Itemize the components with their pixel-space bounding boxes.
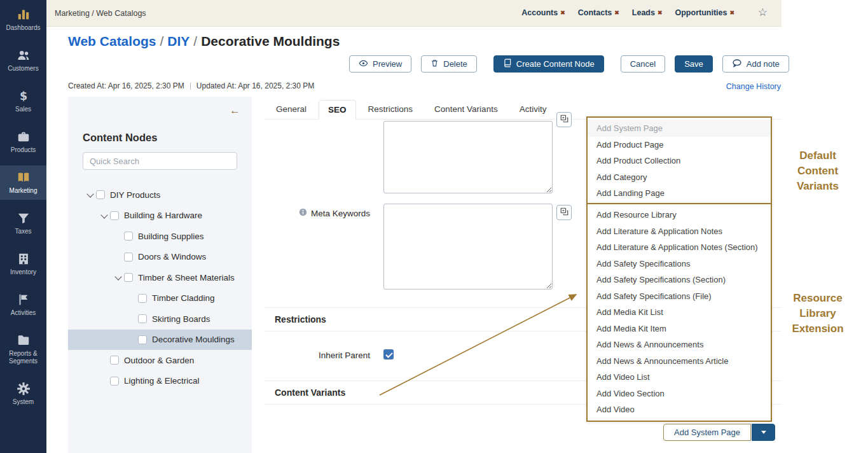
pinned-tab-opportunities[interactable]: Opportunities✖: [675, 8, 735, 17]
menu-item-add-video-list[interactable]: Add Video List: [588, 369, 771, 386]
tree-item-outdoor-garden[interactable]: Outdoor & Garden: [68, 350, 252, 371]
menu-item-add-landing-page[interactable]: Add Landing Page: [588, 185, 771, 202]
title-link-diy[interactable]: DIY: [167, 34, 189, 48]
create-content-node-button[interactable]: Create Content Node: [493, 55, 604, 73]
add-note-button[interactable]: Add note: [722, 55, 789, 73]
chevron-down-icon[interactable]: [100, 211, 110, 221]
breadcrumb: Marketing / Web Catalogs: [55, 9, 146, 18]
pinned-tab-leads[interactable]: Leads✖: [632, 8, 663, 17]
tree-checkbox[interactable]: [138, 335, 147, 344]
pinbar: Accounts✖ Contacts✖ Leads✖ Opportunities…: [521, 8, 734, 17]
menu-item-add-video[interactable]: Add Video: [588, 401, 771, 418]
tab-general[interactable]: General: [266, 99, 316, 119]
save-button[interactable]: Save: [675, 55, 713, 73]
tab-seo[interactable]: SEO: [319, 100, 356, 120]
menu-item-add-literature-application-notes-section[interactable]: Add Literature & Application Notes (Sect…: [588, 239, 771, 256]
sidebar-item-dashboards[interactable]: Dashboards: [0, 3, 46, 37]
preview-button[interactable]: Preview: [349, 55, 411, 73]
info-icon: [299, 208, 307, 218]
sidebar-item-activities[interactable]: Activities: [0, 288, 46, 322]
tree-item-doors-windows[interactable]: Doors & Windows: [68, 247, 252, 268]
menu-item-add-news-announcements[interactable]: Add News & Announcements: [588, 337, 771, 353]
menu-item-add-literature-application-notes[interactable]: Add Literature & Application Notes: [588, 223, 771, 240]
content-nodes-title: Content Nodes: [83, 132, 157, 144]
change-history-link[interactable]: Change History: [726, 82, 781, 91]
tree-checkbox[interactable]: [110, 211, 119, 220]
current-node-name: Decorative Mouldings: [201, 34, 340, 48]
top-bar: Marketing / Web Catalogs Accounts✖ Conta…: [46, 0, 782, 27]
sidebar-item-marketing[interactable]: Marketing: [0, 165, 46, 200]
menu-item-add-resource-library[interactable]: Add Resource Library: [588, 207, 771, 223]
tree-checkbox[interactable]: [138, 314, 147, 323]
sidebar-item-inventory[interactable]: Inventory: [0, 247, 46, 281]
meta-keywords-textarea[interactable]: [383, 204, 553, 289]
menu-item-add-video-section[interactable]: Add Video Section: [588, 386, 771, 402]
sidebar-item-reports-segments[interactable]: Reports & Segments: [0, 328, 46, 370]
tab-content-variants[interactable]: Content Variants: [425, 99, 507, 119]
sidebar-item-products[interactable]: Products: [0, 125, 46, 159]
tree-item-lighting-electrical[interactable]: Lighting & Electrical: [68, 371, 252, 392]
menu-item-add-safety-specifications-section[interactable]: Add Safety Specifications (Section): [588, 272, 771, 288]
content-nodes-panel: ← Content Nodes DIY Products Building & …: [68, 97, 252, 453]
chevron-down-icon: [761, 431, 766, 434]
menu-item-add-system-page[interactable]: Add System Page: [588, 120, 771, 137]
menu-item-add-news-announcements-article[interactable]: Add News & Announcements Article: [588, 353, 771, 370]
tree-item-skirting-boards[interactable]: Skirting Boards: [68, 309, 252, 330]
pinned-tab-accounts[interactable]: Accounts✖: [521, 8, 565, 17]
menu-item-add-product-collection[interactable]: Add Product Collection: [588, 153, 771, 169]
tab-restrictions[interactable]: Restrictions: [359, 99, 423, 119]
sidebar-item-taxes[interactable]: Taxes: [0, 206, 46, 240]
menu-item-add-product-page[interactable]: Add Product Page: [588, 137, 771, 153]
chevron-down-icon[interactable]: [114, 272, 124, 282]
cancel-button[interactable]: Cancel: [621, 55, 665, 73]
delete-button[interactable]: Delete: [421, 55, 477, 73]
sidebar-item-system[interactable]: System: [0, 377, 46, 411]
menu-item-add-safety-specifications-file[interactable]: Add Safety Specifications (File): [588, 288, 771, 305]
tree-item-decorative-mouldings-selected[interactable]: Decorative Mouldings: [68, 330, 252, 351]
close-icon[interactable]: ✖: [658, 10, 663, 16]
meta-description-textarea[interactable]: [383, 121, 553, 193]
tree-item-building-hardware[interactable]: Building & Hardware: [68, 206, 252, 226]
tree-checkbox[interactable]: [110, 356, 119, 365]
svg-text:$: $: [19, 90, 27, 102]
content-nodes-tree: DIY Products Building & Hardware Buildin…: [68, 185, 252, 391]
close-icon[interactable]: ✖: [729, 10, 734, 16]
favorite-star-icon[interactable]: ☆: [758, 6, 768, 19]
tree-checkbox[interactable]: [96, 190, 105, 199]
tree-checkbox[interactable]: [124, 253, 133, 261]
sidebar-item-customers[interactable]: Customers: [0, 43, 46, 78]
resource-library-menu: Add Resource Library Add Literature & Ap…: [586, 203, 772, 422]
chat-bubble-icon: [732, 59, 742, 69]
tree-item-timber-sheet-materials[interactable]: Timber & Sheet Materials: [68, 267, 252, 288]
add-variant-dropdown-toggle[interactable]: [752, 424, 775, 441]
tree-item-building-supplies[interactable]: Building Supplies: [68, 226, 252, 247]
tree-checkbox[interactable]: [110, 377, 119, 386]
page-title: Web Catalogs/DIY/Decorative Mouldings: [68, 34, 340, 49]
title-link-web-catalogs[interactable]: Web Catalogs: [68, 34, 156, 48]
eye-icon: [359, 59, 368, 70]
menu-item-add-safety-specifications[interactable]: Add Safety Specifications: [588, 256, 771, 272]
translations-button[interactable]: [556, 205, 572, 220]
chevron-down-icon[interactable]: [86, 190, 96, 200]
tab-activity[interactable]: Activity: [510, 99, 556, 119]
book-icon: [503, 59, 512, 69]
default-content-variants-menu: Add System Page Add Product Page Add Pro…: [586, 116, 772, 206]
tree-checkbox[interactable]: [138, 294, 147, 303]
translations-button[interactable]: [556, 112, 572, 127]
inherit-parent-checkbox[interactable]: [383, 349, 394, 359]
close-icon[interactable]: ✖: [614, 10, 619, 16]
menu-item-add-media-kit-item[interactable]: Add Media Kit Item: [588, 321, 771, 337]
add-system-page-button[interactable]: Add System Page: [663, 424, 751, 441]
tree-item-diy-products[interactable]: DIY Products: [68, 185, 252, 206]
collapse-panel-arrow-icon[interactable]: ←: [230, 104, 240, 117]
menu-item-add-category[interactable]: Add Category: [588, 169, 771, 186]
sidebar-item-sales[interactable]: $ Sales: [0, 84, 46, 118]
tree-checkbox[interactable]: [124, 232, 133, 240]
record-dates: Created At: Apr 16, 2025, 2:30 PM Update…: [68, 81, 314, 90]
menu-item-add-media-kit-list[interactable]: Add Media Kit List: [588, 304, 771, 321]
quick-search-input[interactable]: [83, 152, 237, 170]
close-icon[interactable]: ✖: [560, 10, 565, 16]
tree-item-timber-cladding[interactable]: Timber Cladding: [68, 288, 252, 309]
tree-checkbox[interactable]: [124, 273, 133, 282]
pinned-tab-contacts[interactable]: Contacts✖: [578, 8, 619, 17]
